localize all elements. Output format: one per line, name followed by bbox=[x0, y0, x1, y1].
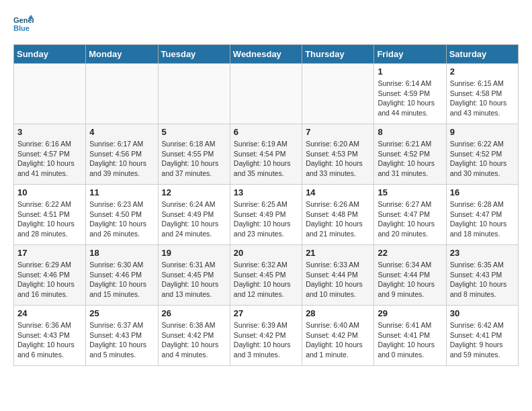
day-cell: 4Sunrise: 6:17 AMSunset: 4:56 PMDaylight… bbox=[86, 124, 158, 185]
day-info: Sunrise: 6:28 AMSunset: 4:47 PMDaylight:… bbox=[450, 199, 515, 239]
day-info: Sunrise: 6:36 AMSunset: 4:43 PMDaylight:… bbox=[17, 320, 82, 360]
day-cell: 16Sunrise: 6:28 AMSunset: 4:47 PMDayligh… bbox=[446, 185, 518, 245]
day-number: 28 bbox=[306, 308, 370, 318]
day-info: Sunrise: 6:33 AMSunset: 4:44 PMDaylight:… bbox=[306, 260, 370, 300]
day-cell: 19Sunrise: 6:31 AMSunset: 4:45 PMDayligh… bbox=[158, 245, 230, 306]
svg-text:Blue: Blue bbox=[13, 24, 30, 32]
day-cell: 10Sunrise: 6:22 AMSunset: 4:51 PMDayligh… bbox=[14, 185, 86, 245]
day-number: 29 bbox=[378, 308, 442, 318]
day-info: Sunrise: 6:21 AMSunset: 4:52 PMDaylight:… bbox=[378, 139, 442, 179]
day-info: Sunrise: 6:38 AMSunset: 4:42 PMDaylight:… bbox=[162, 320, 226, 360]
day-number: 7 bbox=[306, 127, 370, 137]
day-cell: 6Sunrise: 6:19 AMSunset: 4:54 PMDaylight… bbox=[230, 124, 302, 185]
day-info: Sunrise: 6:35 AMSunset: 4:43 PMDaylight:… bbox=[450, 260, 515, 300]
day-cell: 22Sunrise: 6:34 AMSunset: 4:44 PMDayligh… bbox=[374, 245, 446, 306]
day-number: 13 bbox=[234, 187, 298, 197]
day-number: 17 bbox=[17, 248, 82, 258]
day-number: 22 bbox=[378, 248, 442, 258]
day-number: 1 bbox=[378, 66, 442, 77]
day-number: 26 bbox=[162, 308, 226, 318]
week-row-5: 24Sunrise: 6:36 AMSunset: 4:43 PMDayligh… bbox=[14, 306, 519, 366]
day-cell: 13Sunrise: 6:25 AMSunset: 4:49 PMDayligh… bbox=[230, 185, 302, 245]
day-cell: 5Sunrise: 6:18 AMSunset: 4:55 PMDaylight… bbox=[158, 124, 230, 185]
day-info: Sunrise: 6:22 AMSunset: 4:52 PMDaylight:… bbox=[450, 139, 515, 179]
day-number: 4 bbox=[89, 127, 154, 137]
day-number: 19 bbox=[162, 248, 226, 258]
day-cell: 11Sunrise: 6:23 AMSunset: 4:50 PMDayligh… bbox=[86, 185, 158, 245]
day-info: Sunrise: 6:29 AMSunset: 4:46 PMDaylight:… bbox=[17, 260, 82, 300]
day-cell bbox=[302, 64, 374, 124]
day-cell: 21Sunrise: 6:33 AMSunset: 4:44 PMDayligh… bbox=[302, 245, 374, 306]
day-info: Sunrise: 6:22 AMSunset: 4:51 PMDaylight:… bbox=[17, 199, 82, 239]
day-number: 16 bbox=[450, 187, 515, 197]
day-cell bbox=[230, 64, 302, 124]
day-number: 8 bbox=[378, 127, 442, 137]
week-row-4: 17Sunrise: 6:29 AMSunset: 4:46 PMDayligh… bbox=[14, 245, 519, 306]
day-info: Sunrise: 6:40 AMSunset: 4:42 PMDaylight:… bbox=[306, 320, 370, 360]
day-info: Sunrise: 6:31 AMSunset: 4:45 PMDaylight:… bbox=[162, 260, 226, 300]
day-cell: 20Sunrise: 6:32 AMSunset: 4:45 PMDayligh… bbox=[230, 245, 302, 306]
day-cell: 14Sunrise: 6:26 AMSunset: 4:48 PMDayligh… bbox=[302, 185, 374, 245]
day-info: Sunrise: 6:15 AMSunset: 4:58 PMDaylight:… bbox=[450, 79, 515, 118]
day-cell: 15Sunrise: 6:27 AMSunset: 4:47 PMDayligh… bbox=[374, 185, 446, 245]
day-cell: 23Sunrise: 6:35 AMSunset: 4:43 PMDayligh… bbox=[446, 245, 518, 306]
day-info: Sunrise: 6:16 AMSunset: 4:57 PMDaylight:… bbox=[17, 139, 82, 179]
day-cell bbox=[86, 64, 158, 124]
header-cell-tuesday: Tuesday bbox=[158, 45, 230, 64]
day-number: 9 bbox=[450, 127, 515, 137]
day-cell: 7Sunrise: 6:20 AMSunset: 4:53 PMDaylight… bbox=[302, 124, 374, 185]
day-number: 24 bbox=[17, 308, 82, 318]
header-cell-friday: Friday bbox=[374, 45, 446, 64]
day-number: 23 bbox=[450, 248, 515, 258]
day-info: Sunrise: 6:23 AMSunset: 4:50 PMDaylight:… bbox=[89, 199, 154, 239]
day-info: Sunrise: 6:18 AMSunset: 4:55 PMDaylight:… bbox=[162, 139, 226, 179]
day-cell: 18Sunrise: 6:30 AMSunset: 4:46 PMDayligh… bbox=[86, 245, 158, 306]
day-info: Sunrise: 6:39 AMSunset: 4:42 PMDaylight:… bbox=[234, 320, 298, 360]
day-cell: 24Sunrise: 6:36 AMSunset: 4:43 PMDayligh… bbox=[14, 306, 86, 366]
day-number: 11 bbox=[89, 187, 154, 197]
day-cell: 8Sunrise: 6:21 AMSunset: 4:52 PMDaylight… bbox=[374, 124, 446, 185]
day-info: Sunrise: 6:42 AMSunset: 4:41 PMDaylight:… bbox=[450, 320, 515, 360]
day-number: 3 bbox=[17, 127, 82, 137]
header-cell-saturday: Saturday bbox=[446, 45, 518, 64]
day-cell: 30Sunrise: 6:42 AMSunset: 4:41 PMDayligh… bbox=[446, 306, 518, 366]
header-cell-thursday: Thursday bbox=[302, 45, 374, 64]
calendar-table: SundayMondayTuesdayWednesdayThursdayFrid… bbox=[13, 44, 519, 366]
day-info: Sunrise: 6:20 AMSunset: 4:53 PMDaylight:… bbox=[306, 139, 370, 179]
logo: General Blue bbox=[13, 13, 36, 34]
day-number: 25 bbox=[89, 308, 154, 318]
day-number: 6 bbox=[234, 127, 298, 137]
header-row: SundayMondayTuesdayWednesdayThursdayFrid… bbox=[14, 45, 519, 64]
day-number: 15 bbox=[378, 187, 442, 197]
day-cell: 3Sunrise: 6:16 AMSunset: 4:57 PMDaylight… bbox=[14, 124, 86, 185]
logo-icon: General Blue bbox=[13, 13, 34, 34]
day-info: Sunrise: 6:32 AMSunset: 4:45 PMDaylight:… bbox=[234, 260, 298, 300]
day-info: Sunrise: 6:30 AMSunset: 4:46 PMDaylight:… bbox=[89, 260, 154, 300]
day-cell: 27Sunrise: 6:39 AMSunset: 4:42 PMDayligh… bbox=[230, 306, 302, 366]
day-cell bbox=[158, 64, 230, 124]
day-number: 5 bbox=[162, 127, 226, 137]
day-cell: 29Sunrise: 6:41 AMSunset: 4:41 PMDayligh… bbox=[374, 306, 446, 366]
day-info: Sunrise: 6:14 AMSunset: 4:59 PMDaylight:… bbox=[378, 79, 442, 118]
day-cell bbox=[14, 64, 86, 124]
day-cell: 12Sunrise: 6:24 AMSunset: 4:49 PMDayligh… bbox=[158, 185, 230, 245]
day-info: Sunrise: 6:41 AMSunset: 4:41 PMDaylight:… bbox=[378, 320, 442, 360]
week-row-1: 1Sunrise: 6:14 AMSunset: 4:59 PMDaylight… bbox=[14, 64, 519, 124]
day-number: 2 bbox=[450, 66, 515, 77]
week-row-2: 3Sunrise: 6:16 AMSunset: 4:57 PMDaylight… bbox=[14, 124, 519, 185]
day-cell: 26Sunrise: 6:38 AMSunset: 4:42 PMDayligh… bbox=[158, 306, 230, 366]
day-number: 30 bbox=[450, 308, 515, 318]
day-info: Sunrise: 6:26 AMSunset: 4:48 PMDaylight:… bbox=[306, 199, 370, 239]
header-cell-monday: Monday bbox=[86, 45, 158, 64]
day-info: Sunrise: 6:17 AMSunset: 4:56 PMDaylight:… bbox=[89, 139, 154, 179]
day-cell: 9Sunrise: 6:22 AMSunset: 4:52 PMDaylight… bbox=[446, 124, 518, 185]
day-cell: 25Sunrise: 6:37 AMSunset: 4:43 PMDayligh… bbox=[86, 306, 158, 366]
day-cell: 28Sunrise: 6:40 AMSunset: 4:42 PMDayligh… bbox=[302, 306, 374, 366]
day-number: 21 bbox=[306, 248, 370, 258]
header-cell-sunday: Sunday bbox=[14, 45, 86, 64]
day-info: Sunrise: 6:37 AMSunset: 4:43 PMDaylight:… bbox=[89, 320, 154, 360]
day-cell: 2Sunrise: 6:15 AMSunset: 4:58 PMDaylight… bbox=[446, 64, 518, 124]
day-cell: 17Sunrise: 6:29 AMSunset: 4:46 PMDayligh… bbox=[14, 245, 86, 306]
day-info: Sunrise: 6:25 AMSunset: 4:49 PMDaylight:… bbox=[234, 199, 298, 239]
day-number: 10 bbox=[17, 187, 82, 197]
